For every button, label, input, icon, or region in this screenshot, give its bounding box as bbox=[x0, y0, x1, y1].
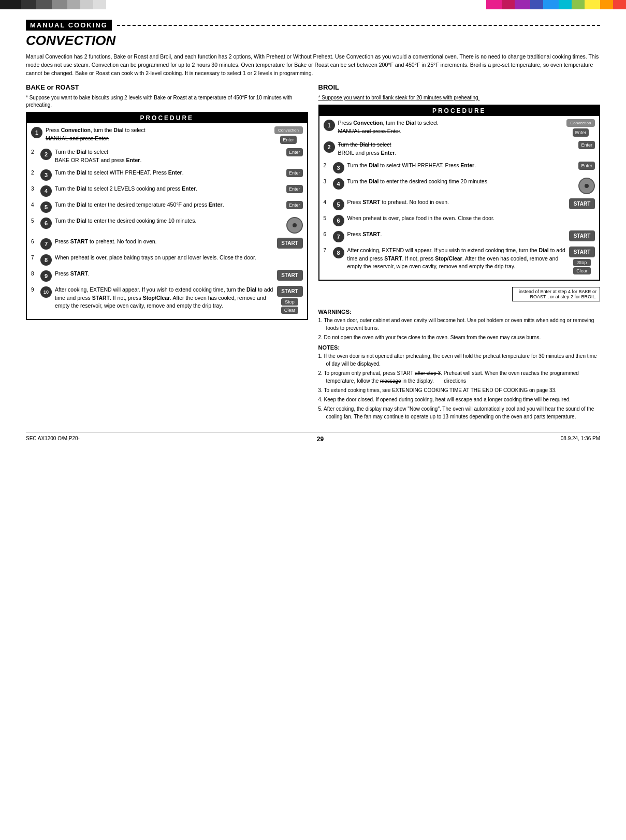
step-3-content: Turn the Dial to select WITH PREHEAT. Pr… bbox=[55, 169, 283, 177]
clear-button-10: Clear bbox=[281, 307, 299, 314]
step-num-9: 9 bbox=[40, 270, 52, 282]
bake-step-9-row: 8 9 Press START. START bbox=[31, 270, 303, 282]
broil-step-6: 6 When preheat is over, place food in th… bbox=[333, 214, 595, 226]
side-num-2: 2 bbox=[31, 148, 40, 155]
warning-item-1: 1. The oven door, outer cabinet and oven… bbox=[318, 316, 601, 332]
footer-right: 08.9.24, 1:36 PM bbox=[561, 436, 600, 443]
top-bars bbox=[0, 0, 626, 9]
enter-button-3: Enter bbox=[286, 169, 303, 177]
broil-stop-clear-group: Stop Clear bbox=[573, 259, 591, 274]
bake-roast-steps: 1 Press Convection, turn the Dial to sel… bbox=[27, 123, 307, 319]
step-1-icon: Convection Enter bbox=[274, 126, 303, 144]
side-num-9: 9 bbox=[31, 286, 40, 293]
warnings-title: WARNINGS: bbox=[318, 309, 601, 315]
bake-step-4-row: 3 4 Turn the Dial to select 2 LEVELS coo… bbox=[31, 185, 303, 197]
note-item-2: 2. To program only preheat, press START … bbox=[318, 369, 601, 385]
broil-step-3: 3 Turn the Dial to select WITH PREHEAT. … bbox=[333, 162, 595, 173]
bake-step-7: 7 Press START to preheat. No food in ove… bbox=[40, 238, 303, 250]
broil-side-num-6: 6 bbox=[324, 230, 333, 237]
step-10-icon: START Stop Clear bbox=[277, 286, 303, 314]
side-num-2b: 2 bbox=[31, 169, 40, 176]
broil-step-8: 8 After cooking, EXTEND will appear. If … bbox=[333, 247, 595, 274]
broil-suppose: * Suppose you want to broil flank steak … bbox=[318, 94, 601, 102]
step-5-icon: Enter bbox=[286, 201, 303, 209]
bake-step-4: 4 Turn the Dial to select 2 LEVELS cooki… bbox=[40, 185, 303, 197]
broil-side-num-3: 3 bbox=[324, 178, 333, 184]
enter-button-5: Enter bbox=[286, 201, 303, 209]
broil-procedure-header: PROCEDURE bbox=[319, 106, 600, 116]
broil-step-3-content: Turn the Dial to select WITH PREHEAT. Pr… bbox=[347, 162, 576, 170]
notes-title: NOTES: bbox=[318, 344, 601, 351]
start-button-7: START bbox=[277, 238, 303, 249]
intro-text: Manual Convection has 2 functions, Bake … bbox=[26, 53, 600, 77]
start-button-10: START bbox=[277, 286, 303, 297]
bake-step-8-row: 7 8 When preheat is over, place baking t… bbox=[31, 254, 303, 266]
broil-step-5-row: 4 5 Press START to preheat. No food in o… bbox=[324, 198, 595, 210]
enter-button-2: Enter bbox=[286, 148, 303, 156]
broil-step-num-4: 4 bbox=[333, 178, 344, 190]
enter-button-4: Enter bbox=[286, 185, 303, 193]
note-item-4: 4. Keep the door closed. If opened durin… bbox=[318, 396, 601, 403]
broil-step-6-content: When preheat is over, place food in the … bbox=[347, 214, 595, 223]
top-bar-left bbox=[0, 0, 313, 9]
broil-step-num-8: 8 bbox=[333, 247, 344, 258]
broil-step-5-icon: START bbox=[569, 198, 595, 209]
stop-button-10: Stop bbox=[281, 298, 299, 306]
bake-step-2: 2 Turn the Dial to select BAKE OR ROAST … bbox=[40, 148, 303, 165]
broil-step-4-content: Turn the Dial to enter the desired cooki… bbox=[347, 178, 576, 186]
bake-roast-procedure-header: PROCEDURE bbox=[27, 113, 307, 123]
broil-enter-button-1: Enter bbox=[573, 128, 589, 137]
page-container: MANUAL COOKING CONVECTION Manual Convect… bbox=[0, 0, 626, 464]
broil-step-7-icon: START bbox=[569, 230, 595, 241]
broil-steps: 1 Press Convection, turn the Dial to sel… bbox=[319, 116, 600, 280]
section-title: MANUAL COOKING bbox=[26, 20, 112, 31]
broil-side-num-2: 2 bbox=[324, 162, 333, 168]
step-4-content: Turn the Dial to select 2 LEVELS cooking… bbox=[55, 185, 283, 193]
step-8-content: When preheat is over, place baking trays… bbox=[55, 254, 303, 262]
side-num-5: 5 bbox=[31, 217, 40, 224]
side-num-3: 3 bbox=[31, 185, 40, 192]
broil-step-4: 4 Turn the Dial to enter the desired coo… bbox=[333, 178, 595, 194]
bake-roast-suppose: * Suppose you want to bake biscuits usin… bbox=[26, 94, 308, 109]
bake-step-3-row: 2 3 Turn the Dial to select WITH PREHEAT… bbox=[31, 169, 303, 181]
broil-step-7-row: 6 7 Press START. START bbox=[324, 230, 595, 242]
broil-step-8-icon: START Stop Clear bbox=[569, 247, 595, 274]
bake-step-9: 9 Press START. START bbox=[40, 270, 303, 282]
broil-step-num-3: 3 bbox=[333, 162, 344, 173]
broil-step-3-icon: Enter bbox=[578, 162, 595, 170]
broil-clear-button-8: Clear bbox=[573, 267, 591, 274]
page-footer: SEC AX1200 O/M,P20- 29 08.9.24, 1:36 PM bbox=[26, 432, 600, 443]
step-num-5: 5 bbox=[40, 201, 52, 213]
step-num-3: 3 bbox=[40, 169, 52, 181]
footer-center: 29 bbox=[317, 436, 324, 443]
step-num-8: 8 bbox=[40, 254, 52, 266]
stop-clear-group: Stop Clear bbox=[281, 298, 299, 314]
broil-step-7-content: Press START. bbox=[347, 230, 566, 239]
bake-step-5: 5 Turn the Dial to enter the desired tem… bbox=[40, 201, 303, 213]
bake-roast-procedure: PROCEDURE 1 Press Convection, turn the D… bbox=[26, 112, 308, 320]
broil-stop-button-8: Stop bbox=[573, 259, 591, 266]
broil-step-7: 7 Press START. START bbox=[333, 230, 595, 242]
bake-step-10: 10 After cooking, EXTEND will appear. If… bbox=[40, 286, 303, 314]
bake-step-3: 3 Turn the Dial to select WITH PREHEAT. … bbox=[40, 169, 303, 181]
bake-step-2-row: 2 2 Turn the Dial to select BAKE OR ROAS… bbox=[31, 148, 303, 165]
broil-side-num-4: 4 bbox=[324, 198, 333, 205]
broil-step-2-content: Turn the Dial to select BROIL and press … bbox=[338, 141, 576, 157]
dial-icon-6 bbox=[286, 217, 303, 234]
broil-section: BROIL * Suppose you want to broil flank … bbox=[318, 83, 601, 422]
step-2-icon: Enter bbox=[286, 148, 303, 156]
broil-step-num-7: 7 bbox=[333, 231, 344, 242]
broil-step-num-5: 5 bbox=[333, 199, 344, 210]
broil-step-5-content: Press START to preheat. No food in oven. bbox=[347, 198, 566, 207]
broil-step-4-icon bbox=[578, 178, 595, 194]
bake-step-10-row: 9 10 After cooking, EXTEND will appear. … bbox=[31, 286, 303, 314]
broil-step-8-row: 7 8 After cooking, EXTEND will appear. I… bbox=[324, 247, 595, 274]
broil-step-5: 5 Press START to preheat. No food in ove… bbox=[333, 198, 595, 210]
step-num-10: 10 bbox=[40, 286, 52, 298]
broil-start-button-8: START bbox=[569, 247, 595, 257]
broil-step-2-icon: Enter bbox=[578, 141, 595, 149]
broil-start-button-5: START bbox=[569, 198, 595, 209]
broil-step-4-row: 3 4 Turn the Dial to enter the desired c… bbox=[324, 178, 595, 194]
broil-step-6-row: 5 6 When preheat is over, place food in … bbox=[324, 214, 595, 226]
step-num-2: 2 bbox=[40, 149, 52, 160]
